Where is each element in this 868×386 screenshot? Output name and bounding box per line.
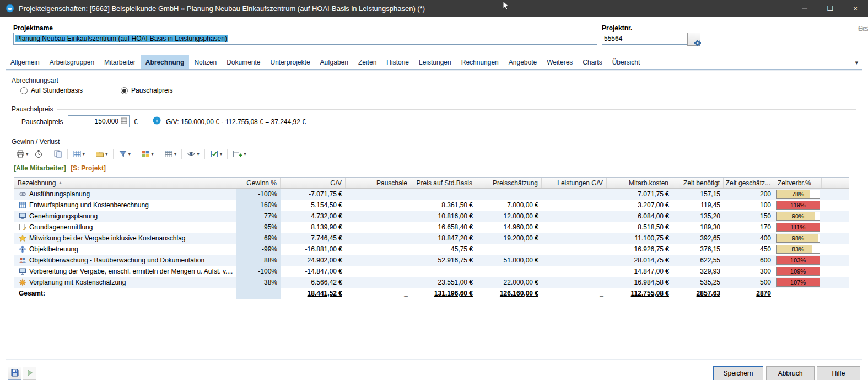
table-row[interactable]: Entwurfsplanung und Kostenberechnung160%…	[14, 200, 849, 211]
group-divider	[63, 81, 856, 81]
run-tool-button[interactable]	[23, 367, 36, 380]
column-header[interactable]: G/V	[281, 178, 346, 188]
tab-charts[interactable]: Charts	[578, 55, 607, 69]
usage-bar: 98%	[776, 234, 820, 243]
row-label: Objektüberwachung - Bauüberwachung und D…	[29, 255, 204, 266]
cell	[542, 211, 607, 222]
stopwatch-button[interactable]	[32, 148, 45, 160]
tab-leistungen[interactable]: Leistungen	[414, 55, 456, 69]
row-label-cell: Vorbereitung der Vergabe, einschl. ermit…	[14, 266, 236, 277]
folder-button[interactable]: ▾	[93, 148, 110, 160]
copy-button[interactable]	[51, 148, 64, 160]
tab--bersicht[interactable]: Übersicht	[607, 55, 645, 69]
cell: 11.100,75 €	[607, 233, 672, 244]
radio-hourly-basis[interactable]: Auf Stundenbasis	[20, 87, 83, 94]
radio-selected-icon	[121, 87, 128, 94]
usage-bar: 78%	[776, 190, 820, 199]
column-header[interactable]: Preis auf Std.Basis	[411, 178, 476, 188]
tab-allgemein[interactable]: Allgemein	[6, 55, 45, 69]
project-number-settings-button[interactable]	[687, 33, 700, 46]
monitor-icon	[19, 212, 26, 220]
cell	[476, 266, 542, 277]
table-row[interactable]: Vorbereitung der Vergabe, einschl. ermit…	[14, 266, 849, 277]
table-row[interactable]: Objektbetreuung-99%-16.881,00 €45,75 €16…	[14, 244, 849, 255]
speichern-button[interactable]: Speichern	[713, 366, 763, 380]
cell: -99%	[236, 244, 281, 255]
table-row[interactable]: Genehmigungsplanung77%4.732,00 €10.816,0…	[14, 211, 849, 222]
save-tool-button[interactable]	[8, 367, 21, 380]
project-number-input[interactable]: 55564	[602, 33, 688, 45]
checkbox-button[interactable]: ▾	[208, 148, 225, 160]
table-row[interactable]: Vorplanung mit Kostenschätzung38%6.566,4…	[14, 277, 849, 288]
row-label: Genehmigungsplanung	[29, 211, 98, 222]
cell: 23.551,00 €	[411, 277, 476, 288]
tab-zeiten[interactable]: Zeiten	[353, 55, 381, 69]
tab-dokumente[interactable]: Dokumente	[222, 55, 265, 69]
tab-arbeitsgruppen[interactable]: Arbeitsgruppen	[45, 55, 99, 69]
tab-rechnungen[interactable]: Rechnungen	[456, 55, 504, 69]
row-label-cell: Mitwirkung bei der Vergabe inklusive Kos…	[14, 233, 236, 244]
cell: 28.014,75 €	[607, 255, 672, 266]
folder-icon	[95, 149, 104, 158]
table-row[interactable]: Grundlagenermittlung95%8.139,90 €16.658,…	[14, 222, 849, 233]
cell: 157,15	[672, 189, 724, 200]
printer-button[interactable]: ▾	[14, 148, 31, 160]
minimize-button[interactable]: ─	[792, 0, 817, 17]
column-header[interactable]: Zeitverbr.%	[774, 178, 822, 188]
row-label: Mitwirkung bei der Vergabe inklusive Kos…	[29, 233, 186, 244]
tab-unterprojekte[interactable]: Unterprojekte	[266, 55, 315, 69]
column-header[interactable]: Mitarb.kosten	[607, 178, 672, 188]
tab-aufgaben[interactable]: Aufgaben	[315, 55, 353, 69]
sum-table-button[interactable]: ▾	[71, 148, 88, 160]
tab-notizen[interactable]: Notizen	[189, 55, 222, 69]
close-button[interactable]: ×	[843, 0, 868, 17]
project-name-input[interactable]: Planung Neubau Einkaufszentrum (auf HOAI…	[13, 33, 597, 45]
columns-button[interactable]: ▾	[230, 148, 249, 160]
radio-flat-rate[interactable]: Pauschalpreis	[121, 87, 172, 94]
tab-overflow-button[interactable]: ▾	[850, 55, 862, 69]
cell: 8.518,50 €	[607, 222, 672, 233]
tab-mitarbeiter[interactable]: Mitarbeiter	[99, 55, 141, 69]
total-cell: _	[346, 288, 411, 299]
group-colors-button[interactable]: ▾	[139, 148, 156, 160]
column-header[interactable]: Bezeichnung▲	[14, 178, 236, 188]
filter-icon	[118, 149, 127, 158]
cell: 69%	[236, 233, 281, 244]
column-header[interactable]: Pauschale	[346, 178, 411, 188]
hilfe-button[interactable]: Hilfe	[817, 366, 860, 380]
table-row[interactable]: Mitwirkung bei der Vergabe inklusive Kos…	[14, 233, 849, 244]
flat-rate-input[interactable]: 150.000	[68, 115, 130, 127]
column-header[interactable]: Zeit benötigt	[672, 178, 724, 188]
cell: 150	[724, 211, 774, 222]
cell: 135,20	[672, 211, 724, 222]
tab-angebote[interactable]: Angebote	[504, 55, 542, 69]
maximize-button[interactable]: ☐	[817, 0, 843, 17]
table-row[interactable]: Ausführungsplanung-100%-7.071,75 €7.071,…	[14, 189, 849, 200]
billing-type-group-header: Abrechnungsart	[12, 77, 856, 84]
cell: 5.154,50 €	[281, 200, 346, 211]
column-header[interactable]: Gewinn %	[236, 178, 281, 188]
column-header[interactable]: Preisschätzung	[476, 178, 542, 188]
tab-historie[interactable]: Historie	[381, 55, 414, 69]
visibility-button[interactable]: ▾	[185, 148, 202, 160]
abbruch-button[interactable]: Abbruch	[766, 366, 815, 380]
tab-weiteres[interactable]: Weiteres	[542, 55, 578, 69]
column-header[interactable]: Zeit geschätz...	[724, 178, 774, 188]
window-title: Projekteigenschaften: [5662] Beispielkun…	[19, 4, 425, 13]
disk-icon	[10, 368, 19, 379]
total-cell: 131.196,60 €	[411, 288, 476, 299]
cell	[346, 277, 411, 288]
column-header[interactable]: Leistungen G/V	[542, 178, 607, 188]
usage-bar: 103%	[776, 256, 820, 265]
row-label: Grundlagenermittlung	[29, 222, 93, 233]
table-row[interactable]: Objektüberwachung - Bauüberwachung und D…	[14, 255, 849, 266]
tab-abrechnung[interactable]: Abrechnung	[141, 55, 190, 69]
filter-button[interactable]: ▾	[116, 148, 133, 160]
pl-grid[interactable]: Bezeichnung▲Gewinn %G/VPauschalePreis au…	[14, 177, 849, 349]
grid-button[interactable]: ▾	[162, 148, 179, 160]
cell: 10.816,00 €	[411, 211, 476, 222]
cell: 7.746,45 €	[281, 233, 346, 244]
project-number-value: 55564	[604, 35, 622, 42]
calculator-icon[interactable]	[121, 117, 127, 126]
cell: 52.916,75 €	[411, 255, 476, 266]
